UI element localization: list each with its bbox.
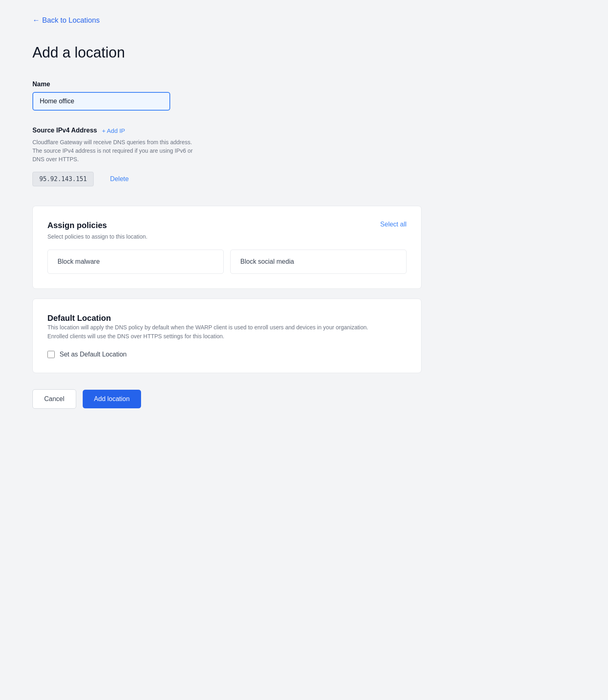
add-location-button[interactable]: Add location [83, 390, 141, 408]
default-location-description: This location will apply the DNS policy … [47, 323, 372, 341]
default-location-checkbox-label[interactable]: Set as Default Location [60, 351, 126, 358]
actions-row: Cancel Add location [32, 389, 422, 409]
policy-block-social-media[interactable]: Block social media [230, 250, 407, 274]
back-to-locations-label: Back to Locations [42, 16, 100, 25]
ip-row: 95.92.143.151 Delete [32, 172, 422, 186]
add-ip-link[interactable]: + Add IP [102, 127, 125, 134]
name-field-group: Name [32, 81, 422, 127]
ipv4-description: Cloudflare Gateway will receive DNS quer… [32, 138, 195, 164]
policies-grid: Block malware Block social media [47, 250, 407, 274]
default-location-card: Default Location This location will appl… [32, 299, 422, 373]
assign-policies-description: Select policies to assign to this locati… [47, 233, 407, 240]
default-location-checkbox-row: Set as Default Location [47, 351, 407, 358]
assign-policies-title: Assign policies [47, 221, 107, 230]
cancel-button[interactable]: Cancel [32, 389, 76, 409]
name-label: Name [32, 81, 422, 88]
assign-policies-card: Assign policies Select all Select polici… [32, 206, 422, 289]
name-input[interactable] [32, 92, 170, 111]
back-arrow-icon: ← [32, 16, 40, 25]
back-to-locations-link[interactable]: ← Back to Locations [32, 16, 100, 25]
ipv4-section: Source IPv4 Address + Add IP Cloudflare … [32, 127, 422, 186]
policy-block-malware[interactable]: Block malware [47, 250, 224, 274]
ipv4-label: Source IPv4 Address [32, 127, 97, 134]
default-location-checkbox[interactable] [47, 351, 55, 358]
ip-address-badge: 95.92.143.151 [32, 172, 94, 186]
default-location-title: Default Location [47, 314, 407, 323]
page-title: Add a location [32, 44, 576, 61]
delete-ip-link[interactable]: Delete [110, 175, 128, 183]
select-all-link[interactable]: Select all [380, 221, 407, 228]
